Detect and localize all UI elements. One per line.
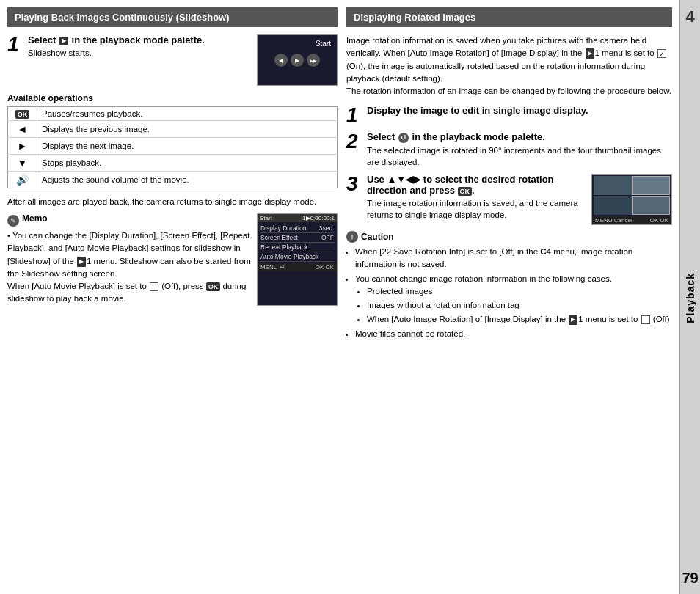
right-step1-number: 1 — [346, 105, 361, 125]
right-step1: 1 Display the image to edit in single im… — [346, 105, 672, 125]
after-playback-text: After all images are played back, the ca… — [7, 196, 338, 208]
playback-mode-icon: ▶ — [59, 37, 68, 45]
memo-text: • You can change the [Display Duration],… — [7, 230, 251, 306]
memo-ok-label: OK OK — [316, 264, 334, 271]
table-row: ► Displays the next image. — [8, 138, 338, 155]
left-section-header: Playing Back Images Continuously (Slides… — [7, 7, 338, 27]
list-item: Protected images — [367, 285, 672, 298]
table-row: ▼ Stops playback. — [8, 155, 338, 172]
left-step1-content: Select ▶ in the playback mode palette. S… — [28, 34, 251, 86]
list-item: Screen Effect OFF — [260, 233, 334, 243]
left-step1-desc: Slideshow starts. — [28, 47, 251, 59]
memo-content: ✎ Memo • You can change the [Display Dur… — [7, 213, 251, 306]
caution-text: When [22 Save Rotation Info] is set to [… — [346, 246, 672, 340]
off-checkbox-icon — [150, 282, 158, 291]
left-step1: 1 Select ▶ in the playback mode palette.… — [7, 34, 338, 86]
list-item: You cannot change image rotation informa… — [355, 273, 672, 326]
memo-screenshot: Start 1▶0:00:00:1 Display Duration 3sec.… — [257, 213, 338, 306]
thumb-4 — [632, 196, 671, 215]
ops-desc: Adjusts the sound volume of the movie. — [37, 172, 338, 188]
thumb-2 — [632, 176, 671, 195]
caution-icon: ! — [346, 231, 358, 243]
chapter-number-display: 4 — [685, 7, 694, 26]
on-checkbox-icon: ✓ — [657, 49, 666, 58]
sound-icon: 🔊 — [16, 174, 29, 186]
chapter-tab-label: Playback — [685, 273, 696, 323]
memo-image-top: Start 1▶0:00:00:1 — [258, 214, 337, 222]
ops-table: OK Pauses/resumes playback. ◄ Displays t… — [7, 106, 338, 188]
ok-badge3: OK — [458, 187, 473, 196]
caution-section: ! Caution When [22 Save Rotation Info] i… — [346, 231, 672, 340]
ops-desc: Stops playback. — [37, 155, 338, 172]
page-number: 79 — [682, 570, 698, 587]
ops-desc: Displays the previous image. — [37, 121, 338, 138]
available-operations: Available operations OK Pauses/resumes p… — [7, 93, 338, 188]
table-row: ◄ Displays the previous image. — [8, 121, 338, 138]
left-arrow-icon: ◄ — [18, 123, 28, 135]
ops-desc: Pauses/resumes playback. — [37, 107, 338, 121]
right-step3-content: Use ▲▼◀▶ to select the desired rotation … — [367, 174, 586, 225]
thumb-3 — [594, 196, 632, 215]
memo-title: Memo — [22, 213, 48, 224]
list-item: Auto Movie Playback — [260, 252, 334, 262]
available-ops-title: Available operations — [7, 93, 338, 103]
memo-icon: ✎ — [7, 215, 19, 227]
ops-key: ◄ — [8, 121, 37, 138]
ops-key: ► — [8, 138, 37, 155]
list-item: When [22 Save Rotation Info] is set to [… — [355, 246, 672, 271]
playback2-icon: ▶ — [586, 48, 594, 59]
right-step3-desc: The image rotation information is saved,… — [367, 197, 586, 221]
right-step2-title: Select ↺ in the playback mode palette. — [367, 131, 672, 143]
list-item: Display Duration 3sec. — [260, 224, 334, 233]
table-row: OK Pauses/resumes playback. — [8, 107, 338, 121]
ok-badge2: OK — [206, 282, 221, 291]
ops-key: 🔊 — [8, 172, 37, 188]
ops-key: ▼ — [8, 155, 37, 172]
memo-menu-list: Display Duration 3sec. Screen Effect OFF… — [258, 222, 337, 263]
slideshow-preview-image: Start — [257, 34, 338, 86]
off-checkbox2-icon — [641, 315, 650, 324]
rotate-mode-icon: ↺ — [398, 133, 409, 143]
right-step2-content: Select ↺ in the playback mode palette. T… — [367, 131, 672, 168]
list-item: When [Auto Image Rotation] of [Image Dis… — [367, 313, 672, 326]
down-arrow-icon: ▼ — [18, 157, 28, 169]
right-step1-content: Display the image to edit in single imag… — [367, 105, 672, 125]
right-section-header: Displaying Rotated Images — [346, 7, 672, 27]
caution-header: ! Caution — [346, 231, 672, 243]
right-step3: 3 Use ▲▼◀▶ to select the desired rotatio… — [346, 174, 672, 225]
right-step3-number: 3 — [346, 174, 361, 225]
memo-menu-label: MENU ↩ — [260, 264, 285, 271]
right-step2-desc: The selected image is rotated in 90° inc… — [367, 144, 672, 168]
right-panel: Displaying Rotated Images Image rotation… — [346, 7, 672, 587]
rotation-preview-image: MENU Cancel OK OK — [591, 174, 672, 225]
caution-title: Caution — [361, 232, 394, 242]
next-btn-icon — [307, 54, 320, 67]
memo-start-label: Start — [260, 215, 272, 221]
ops-desc: Displays the next image. — [37, 138, 338, 155]
start-label: Start — [316, 40, 331, 48]
playback1-icon: ▶ — [77, 257, 86, 267]
left-panel: Playing Back Images Continuously (Slides… — [7, 7, 338, 587]
right-step2-number: 2 — [346, 131, 361, 168]
list-item: Repeat Playback — [260, 243, 334, 252]
chapter-sidebar: 4 Playback 79 — [679, 0, 700, 594]
ops-key: OK — [8, 107, 37, 121]
left-step1-title: Select ▶ in the playback mode palette. — [28, 34, 251, 45]
memo-image-bottom: MENU ↩ OK OK — [258, 263, 337, 271]
left-step1-number: 1 — [7, 34, 22, 86]
play-btn-icon — [291, 54, 304, 67]
list-item: Images without a rotation information ta… — [367, 299, 672, 312]
right-arrow-icon: ► — [18, 140, 28, 152]
thumb-1 — [594, 176, 632, 195]
rotation-thumbnails — [592, 175, 671, 216]
right-body-text: Image rotation information is saved when… — [346, 34, 672, 98]
memo-time-label: 1▶0:00:00:1 — [302, 215, 335, 221]
rotation-image-bottom: MENU Cancel OK OK — [592, 216, 671, 224]
playback3-icon: ▶ — [569, 315, 577, 325]
ok-badge: OK — [15, 110, 30, 119]
cancel-label: MENU Cancel — [595, 217, 632, 224]
right-step1-title: Display the image to edit in single imag… — [367, 105, 672, 116]
list-item: Movie files cannot be rotated. — [355, 328, 672, 340]
prev-btn-icon — [274, 54, 288, 67]
memo-section: ✎ Memo • You can change the [Display Dur… — [7, 213, 338, 306]
